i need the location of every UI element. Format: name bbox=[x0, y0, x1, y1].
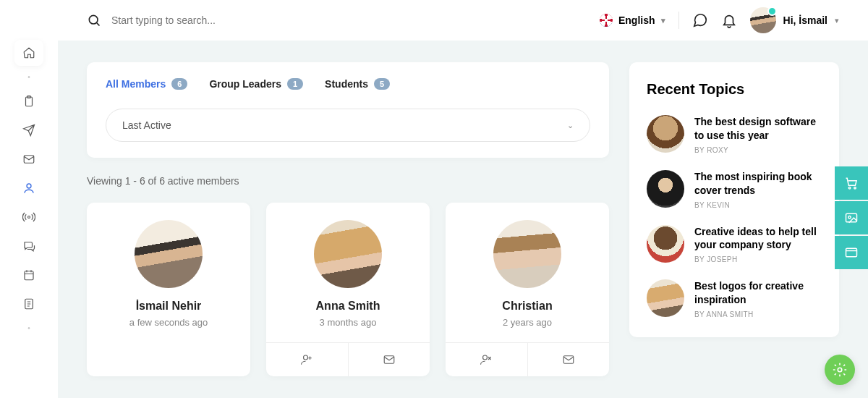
broadcast-icon bbox=[22, 211, 35, 224]
tab-all-members[interactable]: All Members 6 bbox=[106, 78, 187, 90]
topic-avatar bbox=[647, 225, 684, 263]
notifications-button[interactable] bbox=[721, 12, 737, 28]
member-last-active: a few seconds ago bbox=[129, 317, 208, 328]
sidebar-home[interactable] bbox=[14, 40, 43, 66]
sidebar-calendar[interactable] bbox=[14, 262, 43, 288]
search[interactable] bbox=[87, 13, 587, 27]
language-label: English bbox=[618, 14, 655, 26]
flag-uk-icon bbox=[600, 14, 613, 27]
members-grid: İsmail Nehir a few seconds ago Anna Smit… bbox=[87, 203, 609, 376]
floating-actions bbox=[835, 166, 868, 271]
cart-button[interactable] bbox=[835, 166, 868, 200]
sort-selected: Last Active bbox=[122, 119, 171, 131]
member-last-active: 2 years ago bbox=[503, 317, 552, 328]
topic-title: The best design software to use this yea… bbox=[694, 115, 822, 143]
home-icon bbox=[22, 46, 35, 59]
remove-friend-icon bbox=[479, 353, 493, 366]
svg-rect-5 bbox=[25, 271, 33, 280]
image-icon bbox=[844, 211, 859, 225]
user-avatar bbox=[750, 7, 776, 33]
settings-fab[interactable] bbox=[825, 355, 855, 385]
member-tabs: All Members 6 Group Leaders 1 Students 5 bbox=[106, 78, 590, 90]
recent-topics-title: Recent Topics bbox=[647, 81, 822, 98]
member-card[interactable]: İsmail Nehir a few seconds ago bbox=[87, 203, 250, 376]
sidebar-right: Recent Topics The best design software t… bbox=[629, 62, 839, 398]
calendar-icon bbox=[22, 268, 35, 281]
add-friend-button[interactable] bbox=[266, 343, 349, 376]
tab-label: Students bbox=[325, 78, 368, 90]
svg-point-17 bbox=[838, 368, 842, 372]
sidebar-members[interactable] bbox=[14, 175, 43, 201]
viewing-count: Viewing 1 - 6 of 6 active members bbox=[87, 175, 609, 187]
message-button[interactable] bbox=[528, 343, 610, 376]
sort-select[interactable]: Last Active ⌄ bbox=[106, 109, 590, 142]
sidebar-broadcast[interactable] bbox=[14, 204, 43, 230]
svg-rect-2 bbox=[24, 156, 34, 164]
message-icon bbox=[692, 12, 708, 28]
sidebar-docs[interactable] bbox=[14, 291, 43, 317]
clipboard-icon bbox=[22, 95, 35, 108]
sidebar-separator-bottom: • bbox=[27, 324, 30, 332]
mail-icon bbox=[382, 353, 396, 366]
tab-students[interactable]: Students 5 bbox=[325, 78, 390, 90]
svg-rect-9 bbox=[384, 356, 394, 364]
svg-point-12 bbox=[848, 187, 851, 189]
document-icon bbox=[22, 297, 35, 310]
member-card[interactable]: Christian 2 years ago bbox=[446, 203, 609, 376]
language-switcher[interactable]: English ▾ bbox=[600, 14, 665, 27]
filter-card: All Members 6 Group Leaders 1 Students 5… bbox=[87, 62, 609, 158]
user-menu[interactable]: Hi, İsmail ▾ bbox=[750, 7, 839, 33]
svg-rect-11 bbox=[563, 356, 574, 364]
remove-friend-button[interactable] bbox=[446, 343, 528, 376]
chevron-down-icon: ⌄ bbox=[567, 121, 574, 130]
chat-icon bbox=[22, 240, 35, 253]
member-name: Anna Smith bbox=[316, 300, 380, 313]
svg-point-4 bbox=[28, 216, 30, 219]
topic-avatar bbox=[647, 279, 684, 317]
search-input[interactable] bbox=[111, 14, 328, 26]
topic-item[interactable]: Creative ideas to help tell your company… bbox=[647, 225, 822, 264]
messages-button[interactable] bbox=[692, 12, 708, 28]
svg-point-3 bbox=[27, 184, 31, 188]
tab-badge: 5 bbox=[374, 78, 390, 90]
member-avatar bbox=[135, 220, 203, 288]
content: All Members 6 Group Leaders 1 Students 5… bbox=[87, 62, 609, 398]
topic-author: BY KEVIN bbox=[694, 201, 822, 209]
chevron-down-icon: ▾ bbox=[835, 16, 839, 25]
gear-icon bbox=[832, 362, 848, 378]
topic-author: BY ROXY bbox=[694, 146, 822, 154]
svg-point-8 bbox=[304, 355, 308, 360]
member-avatar bbox=[314, 220, 382, 288]
layout-button[interactable] bbox=[835, 236, 868, 269]
sidebar-mail[interactable] bbox=[14, 146, 43, 172]
member-last-active: 3 months ago bbox=[320, 317, 377, 328]
window-icon bbox=[844, 245, 859, 260]
topic-item[interactable]: The most inspiring book cover trends BY … bbox=[647, 170, 822, 209]
user-greeting: Hi, İsmail bbox=[783, 14, 827, 26]
topic-author: BY ANNA SMITH bbox=[694, 310, 822, 318]
search-icon bbox=[87, 13, 101, 27]
svg-point-15 bbox=[848, 216, 851, 219]
message-button[interactable] bbox=[349, 343, 430, 376]
chevron-down-icon: ▾ bbox=[661, 16, 665, 25]
svg-point-7 bbox=[89, 15, 98, 24]
paper-plane-icon bbox=[22, 124, 35, 137]
sidebar-forum[interactable] bbox=[14, 233, 43, 259]
member-card[interactable]: Anna Smith 3 months ago bbox=[266, 203, 430, 376]
cart-icon bbox=[844, 176, 859, 190]
svg-rect-16 bbox=[846, 248, 857, 257]
gallery-button[interactable] bbox=[835, 201, 868, 234]
topic-item[interactable]: The best design software to use this yea… bbox=[647, 115, 822, 154]
topic-avatar bbox=[647, 170, 684, 208]
topic-item[interactable]: Best logos for creative inspiration BY A… bbox=[647, 279, 822, 318]
sidebar: • • bbox=[0, 0, 58, 398]
sidebar-send[interactable] bbox=[14, 117, 43, 143]
user-icon bbox=[22, 182, 35, 195]
member-actions bbox=[446, 342, 609, 376]
tab-group-leaders[interactable]: Group Leaders 1 bbox=[209, 78, 303, 90]
mail-icon bbox=[561, 353, 576, 366]
mail-icon bbox=[22, 153, 35, 166]
sidebar-clipboard[interactable] bbox=[14, 88, 43, 114]
tab-badge: 1 bbox=[287, 78, 303, 90]
topic-title: Creative ideas to help tell your company… bbox=[694, 225, 822, 253]
